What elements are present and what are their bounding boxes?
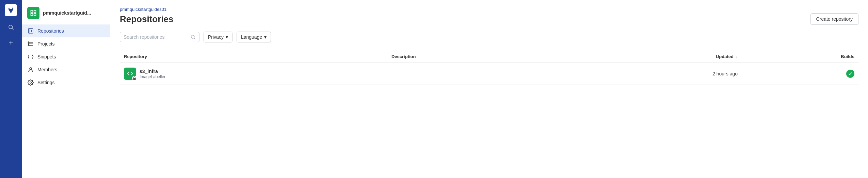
column-header-updated[interactable]: Updated ↓ [562, 51, 742, 63]
repositories-table: Repository Description Updated ↓ Builds [120, 51, 858, 85]
repo-name-cell: s3_infra ImageLabeller [124, 68, 383, 80]
main-content: pmmquickstartguides01 Repositories Creat… [110, 0, 868, 178]
search-input[interactable] [124, 34, 188, 40]
repositories-icon [27, 28, 34, 34]
repo-description [387, 63, 562, 85]
sidebar: pmmquickstartguid... Repositories [22, 0, 110, 178]
sidebar-item-repositories[interactable]: Repositories [22, 24, 110, 37]
breadcrumb[interactable]: pmmquickstartguides01 [120, 7, 858, 12]
column-header-builds: Builds [742, 51, 858, 63]
sidebar-item-settings[interactable]: Settings [22, 76, 110, 89]
language-filter-button[interactable]: Language ▾ [237, 32, 271, 42]
table-row: s3_infra ImageLabeller 2 hours ago [120, 63, 858, 85]
svg-rect-5 [34, 11, 36, 13]
svg-point-0 [9, 25, 13, 29]
svg-point-13 [30, 68, 32, 70]
svg-rect-17 [133, 78, 136, 80]
search-icon [190, 34, 196, 40]
icon-bar [0, 0, 22, 178]
sidebar-item-repositories-label: Repositories [37, 28, 64, 34]
svg-line-1 [12, 28, 13, 30]
sidebar-item-members[interactable]: Members [22, 63, 110, 76]
sidebar-item-projects-label: Projects [37, 41, 55, 47]
members-icon [27, 66, 34, 73]
sidebar-item-projects[interactable]: Projects [22, 37, 110, 50]
filters-bar: Privacy ▾ Language ▾ [120, 32, 858, 42]
org-avatar [27, 7, 39, 19]
privacy-filter-button[interactable]: Privacy ▾ [204, 32, 232, 42]
create-repository-button[interactable]: Create repository [810, 13, 858, 25]
snippets-icon [27, 53, 34, 60]
svg-line-16 [194, 38, 195, 39]
svg-rect-4 [31, 11, 33, 13]
column-header-description: Description [387, 51, 562, 63]
sidebar-item-snippets[interactable]: Snippets [22, 50, 110, 63]
search-box [120, 32, 199, 42]
repo-subtitle: ImageLabeller [140, 74, 165, 79]
sidebar-item-members-label: Members [37, 67, 57, 72]
settings-icon [27, 79, 34, 86]
repo-info: s3_infra ImageLabeller [140, 69, 165, 79]
repo-icon [124, 68, 136, 80]
repo-updated: 2 hours ago [562, 63, 742, 85]
sidebar-item-settings-label: Settings [37, 80, 55, 85]
repo-lock-badge [132, 76, 137, 81]
svg-rect-7 [34, 14, 36, 16]
svg-rect-6 [31, 14, 33, 16]
chevron-down-icon: ▾ [226, 34, 228, 40]
projects-icon [27, 40, 34, 47]
svg-point-14 [30, 82, 32, 84]
repo-builds [742, 63, 858, 85]
repo-name[interactable]: s3_infra [140, 69, 165, 74]
search-icon[interactable] [6, 22, 16, 32]
gitlab-logo[interactable] [5, 4, 17, 16]
sidebar-nav: Repositories Projects Snippe [22, 24, 110, 89]
sidebar-item-snippets-label: Snippets [37, 54, 56, 59]
column-header-repository: Repository [120, 51, 387, 63]
org-header[interactable]: pmmquickstartguid... [22, 4, 110, 24]
svg-point-15 [191, 35, 194, 38]
org-name: pmmquickstartguid... [43, 10, 91, 16]
page-title: Repositories [120, 14, 174, 24]
create-icon[interactable] [6, 38, 16, 48]
build-success-icon [846, 70, 854, 78]
chevron-down-icon: ▾ [264, 34, 267, 40]
page-header: Repositories Create repository [120, 13, 858, 25]
sort-icon: ↓ [736, 55, 738, 59]
